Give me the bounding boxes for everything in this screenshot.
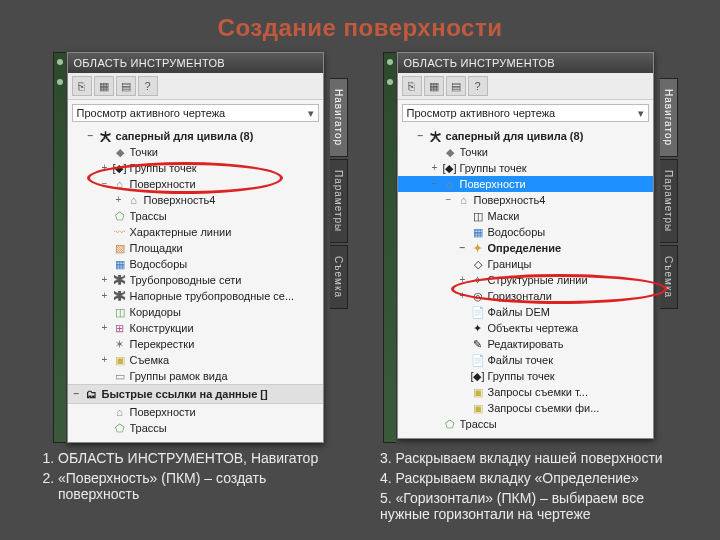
tab-survey[interactable]: Съемка [660, 245, 678, 309]
tree-root[interactable]: −🞰саперный для цивила (8) [398, 128, 653, 144]
tree-item-contours[interactable]: +◎Горизонтали [398, 288, 653, 304]
step-3: 3. Раскрываем вкладку нашей поверхности [380, 450, 680, 466]
tree-item-survey-q1[interactable]: ▣Запросы съемки т... [398, 384, 653, 400]
tab-navigator[interactable]: Навигатор [660, 78, 678, 157]
tree-item-survey-q2[interactable]: ▣Запросы съемки фи... [398, 400, 653, 416]
tree-item-surfaces-selected[interactable]: −⌂Поверхности [398, 176, 653, 192]
tab-parameters[interactable]: Параметры [330, 159, 348, 243]
tree-root[interactable]: −🞰саперный для цивила (8) [68, 128, 323, 144]
toolbar-button[interactable]: ▤ [116, 76, 136, 96]
tree-item-catchments[interactable]: ▦Водосборы [68, 256, 323, 272]
view-selector[interactable]: Просмотр активного чертежа [402, 104, 649, 122]
step-1: ОБЛАСТЬ ИНСТРУМЕНТОВ, Навигатор [58, 450, 340, 466]
toolspace-panel-right: ОБЛАСТЬ ИНСТРУМЕНТОВ ⎘ ▦ ▤ ? Просмотр ак… [397, 52, 654, 439]
panel-header: ОБЛАСТЬ ИНСТРУМЕНТОВ [398, 53, 653, 73]
tree-item-dem-files[interactable]: 📄Файлы DEM [398, 304, 653, 320]
tree-item-edits[interactable]: ✎Редактировать [398, 336, 653, 352]
tree-quick-alignments[interactable]: ⬠Трассы [68, 420, 323, 436]
tree-quick-links[interactable]: −🗂Быстрые ссылки на данные [] [68, 384, 323, 404]
app-ribbon-left [53, 52, 66, 443]
tree-item-pipe-networks[interactable]: +🞸Трубопроводные сети [68, 272, 323, 288]
view-selector[interactable]: Просмотр активного чертежа [72, 104, 319, 122]
app-ribbon-right [383, 52, 396, 443]
toolbar-button[interactable]: ▦ [424, 76, 444, 96]
tree-item-definition[interactable]: −✦Определение [398, 240, 653, 256]
tree-quick-surfaces[interactable]: ⌂Поверхности [68, 404, 323, 420]
tree-item-breaklines[interactable]: +✧Структурные линии [398, 272, 653, 288]
toolbar-button[interactable]: ⎘ [72, 76, 92, 96]
tree-item-point-files[interactable]: 📄Файлы точек [398, 352, 653, 368]
tree-item-pressure-networks[interactable]: +🞸Напорные трубопроводные се... [68, 288, 323, 304]
instruction-steps: ОБЛАСТЬ ИНСТРУМЕНТОВ, Навигатор «Поверхн… [40, 450, 680, 526]
step-4: 4. Раскрываем вкладку «Определение» [380, 470, 680, 486]
tree-item-survey[interactable]: +▣Съемка [68, 352, 323, 368]
tree-item-sites[interactable]: ▧Площадки [68, 240, 323, 256]
tree-item-points[interactable]: ◆Точки [68, 144, 323, 160]
steps-left-col: ОБЛАСТЬ ИНСТРУМЕНТОВ, Навигатор «Поверхн… [40, 450, 340, 526]
tree-item-assemblies[interactable]: +⊞Конструкции [68, 320, 323, 336]
toolbar-button[interactable]: ▤ [446, 76, 466, 96]
tree-right: −🞰саперный для цивила (8) ◆Точки +[◆]Гру… [398, 126, 653, 438]
tree-item-alignments[interactable]: ⬠Трассы [68, 208, 323, 224]
tab-survey[interactable]: Съемка [330, 245, 348, 309]
tree-item-surface4[interactable]: +⌂Поверхность4 [68, 192, 323, 208]
help-icon[interactable]: ? [138, 76, 158, 96]
tree-item-alignments[interactable]: ⬠Трассы [398, 416, 653, 432]
tree-item-intersections[interactable]: ✶Перекрестки [68, 336, 323, 352]
tree-item-corridors[interactable]: ◫Коридоры [68, 304, 323, 320]
tree-item-point-groups-def[interactable]: [◆]Группы точек [398, 368, 653, 384]
step-2: «Поверхность» (ПКМ) – создать поверхност… [58, 470, 340, 502]
tree-item-point-groups[interactable]: +[◆]Группы точек [398, 160, 653, 176]
step-5: 5. «Горизонтали» (ПКМ) – выбираем все ну… [380, 490, 680, 522]
tree-item-view-frame-groups[interactable]: ▭Группы рамок вида [68, 368, 323, 384]
tree-item-drawing-objects[interactable]: ✦Объекты чертежа [398, 320, 653, 336]
toolspace-panel-left: ОБЛАСТЬ ИНСТРУМЕНТОВ ⎘ ▦ ▤ ? Просмотр ак… [67, 52, 324, 443]
tree-item-catchments[interactable]: ▦Водосборы [398, 224, 653, 240]
left-panel-wrap: ОБЛАСТЬ ИНСТРУМЕНТОВ ⎘ ▦ ▤ ? Просмотр ак… [67, 52, 324, 443]
toolbar-button[interactable]: ▦ [94, 76, 114, 96]
help-icon[interactable]: ? [468, 76, 488, 96]
tree-item-surfaces[interactable]: −⌂Поверхности [68, 176, 323, 192]
tree-item-point-groups[interactable]: +[◆]Группы точек [68, 160, 323, 176]
page-title: Создание поверхности [0, 14, 720, 42]
panels-row: ОБЛАСТЬ ИНСТРУМЕНТОВ ⎘ ▦ ▤ ? Просмотр ак… [0, 52, 720, 443]
right-panel-wrap: ОБЛАСТЬ ИНСТРУМЕНТОВ ⎘ ▦ ▤ ? Просмотр ак… [397, 52, 654, 443]
side-tabs-right: Навигатор Параметры Съемка [660, 78, 678, 309]
tree-item-masks[interactable]: ◫Маски [398, 208, 653, 224]
tree-left: −🞰саперный для цивила (8) ◆Точки +[◆]Гру… [68, 126, 323, 442]
steps-right-col: 3. Раскрываем вкладку нашей поверхности … [380, 450, 680, 526]
tab-navigator[interactable]: Навигатор [330, 78, 348, 157]
tab-parameters[interactable]: Параметры [660, 159, 678, 243]
panel-toolbar: ⎘ ▦ ▤ ? [68, 73, 323, 100]
panel-toolbar: ⎘ ▦ ▤ ? [398, 73, 653, 100]
toolbar-button[interactable]: ⎘ [402, 76, 422, 96]
tree-item-boundaries[interactable]: ◇Границы [398, 256, 653, 272]
tree-item-feature-lines[interactable]: 〰Характерные линии [68, 224, 323, 240]
tree-item-surface4[interactable]: −⌂Поверхность4 [398, 192, 653, 208]
side-tabs-left: Навигатор Параметры Съемка [330, 78, 348, 309]
panel-header: ОБЛАСТЬ ИНСТРУМЕНТОВ [68, 53, 323, 73]
tree-item-points[interactable]: ◆Точки [398, 144, 653, 160]
